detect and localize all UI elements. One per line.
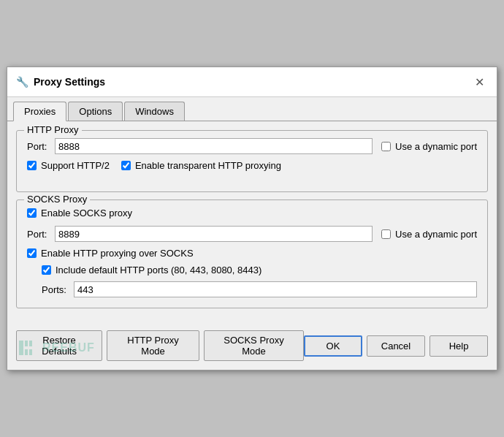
http-proxy-mode-button[interactable]: HTTP Proxy Mode [107,330,199,361]
http-dynamic-port-row: Use a dynamic port [381,141,477,152]
socks-ports-label: Ports: [42,284,69,295]
transparent-label: Enable transparent HTTP proxying [135,160,281,171]
restore-defaults-button[interactable]: Restore Defaults [16,330,102,361]
socks-port-label: Port: [27,229,55,240]
tab-options[interactable]: Options [68,102,123,121]
http-dynamic-port-label: Use a dynamic port [395,141,477,152]
http-port-label: Port: [27,141,55,152]
tab-content: HTTP Proxy Port: Use a dynamic port Supp… [7,121,497,324]
transparent-checkbox-row: Enable transparent HTTP proxying [121,160,281,171]
default-ports-label: Include default HTTP ports (80, 443, 808… [56,265,261,276]
http-over-socks-label: Enable HTTP proxying over SOCKS [41,248,194,259]
ok-button[interactable]: OK [304,335,362,357]
close-button[interactable]: ✕ [470,73,488,91]
socks-dynamic-port-row: Use a dynamic port [381,229,477,240]
socks-ports-row: Ports: [42,281,477,297]
enable-socks-row: Enable SOCKS proxy [27,208,477,218]
socks-ports-input[interactable] [74,281,477,297]
http2-checkbox-row: Support HTTP/2 [27,160,110,171]
title-bar-left: 🔧 Proxy Settings [16,76,105,88]
cancel-button[interactable]: Cancel [367,335,425,357]
help-button[interactable]: Help [429,335,488,357]
dialog-body: HTTP Proxy Port: Use a dynamic port Supp… [7,121,497,370]
enable-socks-checkbox[interactable] [27,208,37,218]
dialog-title: Proxy Settings [34,76,105,88]
transparent-checkbox[interactable] [121,161,131,170]
http-port-input[interactable] [55,138,373,154]
http-options-row: Support HTTP/2 Enable transparent HTTP p… [27,160,477,175]
http-proxy-group: HTTP Proxy Port: Use a dynamic port Supp… [16,130,488,192]
proxy-settings-dialog: 🔧 Proxy Settings ✕ Proxies Options Windo… [7,66,497,370]
footer-left-buttons: Restore Defaults HTTP Proxy Mode SOCKS P… [16,330,304,361]
socks-proxy-group: SOCKS Proxy Enable SOCKS proxy Port: Use… [16,200,488,308]
default-ports-checkbox[interactable] [42,265,51,275]
socks-proxy-mode-button[interactable]: SOCKS Proxy Mode [204,330,304,361]
http-port-row: Port: Use a dynamic port [27,138,477,154]
default-ports-row: Include default HTTP ports (80, 443, 808… [42,265,477,276]
http-proxy-group-label: HTTP Proxy [24,124,82,135]
socks-dynamic-port-checkbox[interactable] [381,229,391,239]
http-over-socks-row: Enable HTTP proxying over SOCKS [27,248,477,259]
footer-right-buttons: OK Cancel Help [304,335,488,357]
enable-socks-label: Enable SOCKS proxy [41,208,132,218]
title-bar: 🔧 Proxy Settings ✕ [7,67,497,97]
http-dynamic-port-checkbox[interactable] [381,142,391,151]
tab-proxies[interactable]: Proxies [13,102,66,121]
socks-proxy-group-label: SOCKS Proxy [24,194,90,205]
dialog-icon: 🔧 [16,76,28,88]
footer-buttons: Restore Defaults HTTP Proxy Mode SOCKS P… [7,324,497,370]
tabs-bar: Proxies Options Windows [7,97,497,121]
http2-label: Support HTTP/2 [41,160,110,171]
http-over-socks-checkbox[interactable] [27,248,37,258]
http2-checkbox[interactable] [27,161,37,170]
socks-port-row: Port: Use a dynamic port [27,226,477,242]
tab-windows[interactable]: Windows [124,102,185,121]
socks-port-input[interactable] [55,226,373,242]
socks-dynamic-port-label: Use a dynamic port [395,229,477,240]
